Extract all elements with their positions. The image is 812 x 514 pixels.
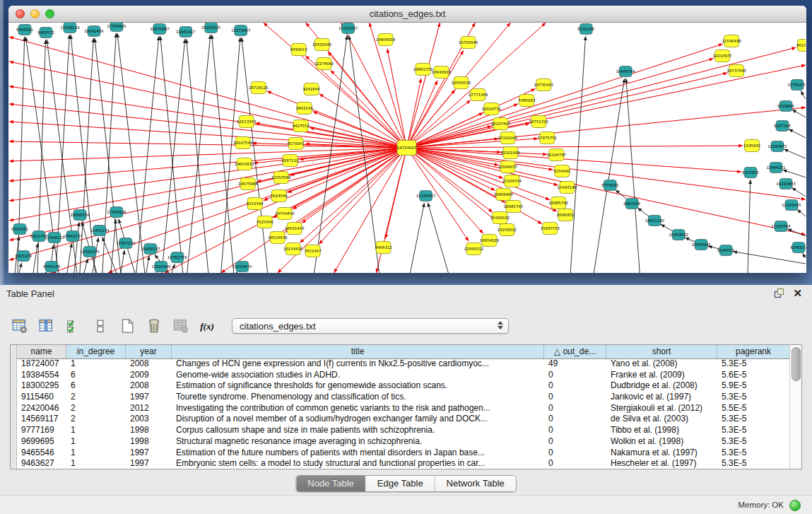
svg-text:9329966: 9329966	[777, 104, 795, 108]
svg-text:26718120: 26718120	[249, 86, 269, 90]
cell-title: Tourette syndrome. Phenomenology and cla…	[172, 392, 544, 403]
status-bar: Memory: OK	[0, 495, 812, 514]
svg-text:15097553: 15097553	[541, 226, 560, 230]
svg-text:18985792: 18985792	[549, 201, 568, 205]
svg-text:8215955: 8215955	[742, 170, 759, 175]
cell-in_degree: 1	[66, 448, 126, 459]
svg-text:17957233: 17957233	[116, 241, 135, 245]
svg-text:19861379: 19861379	[413, 67, 433, 71]
column-header-year[interactable]: year	[126, 345, 172, 358]
svg-text:17105544: 17105544	[771, 224, 791, 228]
cell-pagerank: 5.3E-5	[717, 458, 790, 469]
citation-network-graph[interactable]: 1872400722420046939061312274060267181201…	[9, 23, 806, 273]
table-select-dropdown[interactable]: citations_edges.txt	[232, 318, 509, 334]
svg-text:11568123: 11568123	[45, 235, 64, 240]
svg-text:22161060: 22161060	[501, 151, 521, 155]
svg-text:16640918: 16640918	[432, 70, 452, 74]
table-settings-icon[interactable]	[11, 317, 28, 334]
table-column-icon[interactable]	[38, 317, 55, 334]
network-window[interactable]: citations_edges.txt 18724007224200469390…	[8, 6, 806, 273]
trash-icon[interactable]	[146, 317, 163, 334]
column-header-title[interactable]: title	[172, 345, 544, 358]
function-builder-icon[interactable]: f(x)	[199, 317, 216, 334]
table-row[interactable]: 1938455462009Genome-wide association stu…	[17, 370, 790, 381]
svg-text:11568129: 11568129	[60, 25, 80, 30]
cell-name: 19384554	[17, 370, 66, 381]
node-table: namein_degreeyeartitle△ out_de...shortpa…	[10, 344, 802, 469]
table-row[interactable]: 1830029562008Estimation of significance …	[17, 380, 790, 392]
column-header-out_degree[interactable]: △ out_de...	[544, 345, 606, 358]
cell-title: Estimation of significance thresholds fo…	[172, 380, 544, 392]
cell-in_degree: 1	[66, 425, 126, 436]
scrollbar-thumb[interactable]	[792, 347, 801, 381]
svg-text:9505139: 9505139	[43, 264, 61, 269]
svg-text:16104747: 16104747	[547, 153, 566, 157]
svg-text:13254812: 13254812	[498, 228, 517, 232]
table-row[interactable]: 911546021997Tourette syndrome. Phenomeno…	[17, 392, 790, 403]
svg-text:12103435: 12103435	[782, 203, 801, 207]
close-panel-icon[interactable]: ✕	[793, 288, 802, 298]
svg-text:9154491: 9154491	[553, 169, 570, 173]
svg-text:22420046: 22420046	[312, 42, 332, 47]
float-panel-icon[interactable]	[774, 288, 784, 298]
svg-text:9227343: 9227343	[774, 124, 791, 128]
cell-out_degree: 0	[544, 403, 606, 414]
cell-name: 18724007	[17, 358, 66, 370]
column-header-short[interactable]: short	[606, 345, 717, 358]
table-header-row: namein_degreeyeartitle△ out_de...shortpa…	[17, 345, 790, 359]
svg-text:2803144: 2803144	[296, 106, 314, 110]
cell-in_degree: 1	[66, 436, 126, 448]
tab-edge-table[interactable]: Edge Table	[366, 476, 435, 491]
cell-name: 18300295	[17, 380, 66, 392]
column-header-pagerank[interactable]: pagerank	[717, 345, 790, 358]
cell-name: 9115460	[17, 392, 66, 403]
table-row[interactable]: 2242004622012Investigating the contribut…	[17, 403, 790, 414]
svg-text:9405572: 9405572	[37, 30, 54, 35]
svg-text:9245012: 9245012	[717, 248, 734, 252]
svg-text:19654932: 19654932	[235, 162, 254, 166]
table-scrollbar[interactable]	[789, 345, 801, 469]
cell-year: 2009	[126, 370, 172, 381]
svg-text:18316731: 18316731	[482, 107, 501, 111]
svg-text:12274060: 12274060	[314, 62, 334, 66]
svg-text:18985793: 18985793	[504, 204, 523, 209]
table-row[interactable]: 969969511998Structural magnetic resonanc…	[17, 436, 790, 448]
table-row[interactable]: 946362711997Embryonic stem cells: a mode…	[17, 458, 790, 469]
svg-text:7485083: 7485083	[518, 98, 535, 103]
checkbox-stack-icon[interactable]	[92, 317, 109, 334]
table-row[interactable]: 977716911998Corpus callosum shape and si…	[17, 425, 790, 436]
svg-text:9246019: 9246019	[790, 245, 806, 250]
cell-pagerank: 5.9E-5	[717, 380, 790, 392]
tab-network-table[interactable]: Network Table	[435, 476, 516, 491]
table-row[interactable]: 1872400712008Changes of HCN gene express…	[17, 358, 790, 370]
network-canvas[interactable]: 1872400722420046939061312274060267181201…	[9, 23, 806, 273]
column-header-in_degree[interactable]: in_degree	[66, 345, 126, 358]
table-row[interactable]: 946554611997Estimation of the future num…	[17, 448, 790, 459]
svg-text:12213977: 12213977	[712, 54, 731, 58]
svg-text:9305139: 9305139	[15, 254, 33, 258]
svg-text:15751074: 15751074	[787, 83, 806, 87]
memory-status-indicator	[789, 500, 801, 511]
table-row[interactable]: 1456911722003Disruption of a novel membe…	[17, 414, 790, 425]
cell-pagerank: 5.3E-5	[717, 436, 790, 448]
new-document-icon[interactable]	[119, 317, 136, 334]
svg-text:12161064: 12161064	[498, 136, 518, 140]
svg-text:16210643: 16210643	[776, 182, 795, 186]
cell-year: 2008	[126, 380, 172, 392]
cell-short: Yano et al. (2008)	[606, 358, 717, 370]
cell-in_degree: 2	[66, 414, 126, 425]
window-titlebar[interactable]: citations_edges.txt	[8, 6, 806, 23]
svg-text:7625446: 7625446	[257, 220, 274, 224]
svg-text:9242844: 9242844	[303, 87, 321, 91]
svg-text:16431443: 16431443	[285, 226, 304, 230]
svg-text:12353589: 12353589	[271, 175, 291, 180]
svg-text:22049077: 22049077	[498, 165, 517, 169]
tab-node-table[interactable]: Node Table	[296, 476, 366, 491]
cell-title: Estimation of the future numbers of pati…	[172, 448, 544, 459]
svg-text:12923468: 12923468	[151, 264, 171, 269]
cell-short: Franke et al. (2009)	[606, 370, 717, 381]
column-header-name[interactable]: name	[17, 345, 66, 358]
row-check-icon[interactable]	[65, 317, 82, 334]
svg-text:10954092: 10954092	[691, 243, 710, 247]
svg-text:9170041: 9170041	[288, 141, 305, 146]
